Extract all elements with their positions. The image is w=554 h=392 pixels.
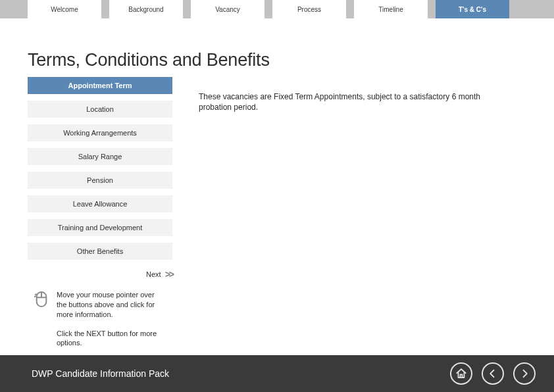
detail-text: These vacancies are Fixed Term Appointme… [172,77,515,112]
tab-background[interactable]: Background [109,0,183,18]
arrow-right-icon [518,368,530,380]
sidebar-item-appointment-term[interactable]: Appointment Term [28,77,172,94]
instruction-line-2: Click the NEXT button for more options. [57,329,162,349]
sidebar-item-training-development[interactable]: Training and Development [28,219,172,236]
chevrons-right-icon: >> [165,269,173,280]
arrow-left-icon [487,368,499,380]
sidebar: Appointment Term Location Working Arrang… [0,77,172,260]
sidebar-item-leave-allowance[interactable]: Leave Allowance [28,195,172,212]
tab-timeline[interactable]: Timeline [354,0,428,18]
sidebar-item-salary-range[interactable]: Salary Range [28,148,172,165]
next-button[interactable]: Next >> [146,269,554,280]
instructions: Move your mouse pointer over the buttons… [34,290,554,357]
sidebar-item-pension[interactable]: Pension [28,172,172,189]
sidebar-item-location[interactable]: Location [28,101,172,118]
next-nav-button[interactable] [513,362,536,385]
mouse-icon [34,290,49,308]
sidebar-item-other-benefits[interactable]: Other Benefits [28,243,172,260]
home-button[interactable] [450,362,472,385]
next-label: Next [146,270,161,278]
tab-process[interactable]: Process [272,0,346,18]
home-icon [455,368,467,380]
tabs-bar: Welcome Background Vacancy Process Timel… [0,0,554,18]
footer: DWP Candidate Information Pack [0,355,554,392]
instruction-line-1: Move your mouse pointer over the buttons… [57,290,162,320]
page-title: Terms, Conditions and Benefits [28,50,554,70]
prev-button[interactable] [482,362,504,385]
sidebar-item-working-arrangements[interactable]: Working Arrangements [28,124,172,141]
tab-welcome[interactable]: Welcome [28,0,101,18]
tab-ts-and-cs[interactable]: T's & C's [436,0,509,18]
tab-vacancy[interactable]: Vacancy [191,0,264,18]
footer-title: DWP Candidate Information Pack [32,368,450,379]
